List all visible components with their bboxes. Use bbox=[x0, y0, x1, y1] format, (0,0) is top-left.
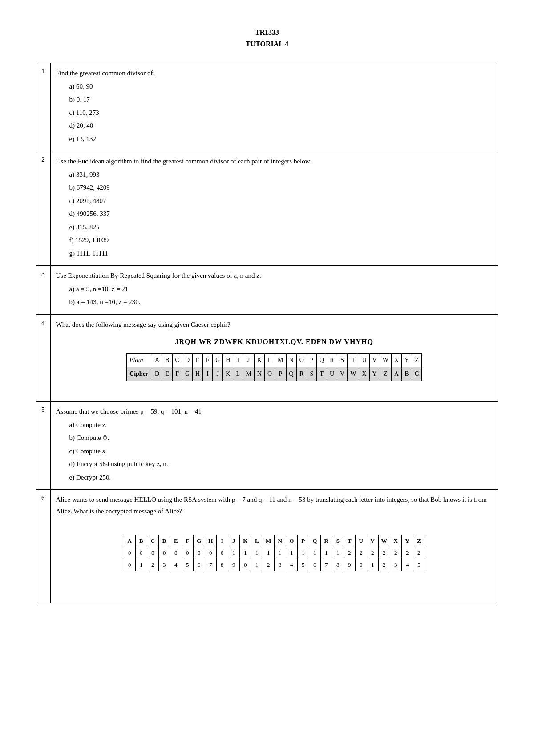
val-u22: 2 bbox=[378, 559, 390, 571]
plain-S: S bbox=[337, 354, 348, 367]
q3-b: b) a = 143, n =10, z = 230. bbox=[69, 297, 493, 308]
cipher-Z: Z bbox=[380, 367, 391, 381]
val-u10: 0 bbox=[239, 559, 251, 571]
val-u15: 5 bbox=[297, 559, 309, 571]
cipher-G: G bbox=[182, 367, 192, 381]
plain-F: F bbox=[203, 354, 213, 367]
val-22: 2 bbox=[378, 547, 390, 559]
plain-X: X bbox=[391, 354, 401, 367]
q2-text: Use the Euclidean algorithm to find the … bbox=[56, 156, 493, 167]
alpha-N: N bbox=[274, 535, 286, 547]
q2-f: f) 1529, 14039 bbox=[69, 235, 493, 246]
plain-I: I bbox=[233, 354, 243, 367]
q1-e: e) 13, 132 bbox=[69, 134, 493, 145]
val-01: 0 bbox=[135, 547, 147, 559]
q1-a: a) 60, 90 bbox=[69, 81, 493, 93]
val-02: 0 bbox=[147, 547, 158, 559]
cipher-Q: Q bbox=[286, 367, 296, 381]
val-24: 2 bbox=[401, 547, 413, 559]
alpha-X: X bbox=[390, 535, 401, 547]
alpha-V: V bbox=[367, 535, 378, 547]
val-u7: 7 bbox=[205, 559, 216, 571]
val-15: 1 bbox=[297, 547, 309, 559]
cipher-R: R bbox=[296, 367, 307, 381]
table-row: 4 What does the following message say us… bbox=[36, 314, 498, 402]
cipher-V: V bbox=[337, 367, 348, 381]
alpha-R: R bbox=[320, 535, 332, 547]
table-row: 3 Use Exponentiation By Repeated Squarin… bbox=[36, 266, 498, 315]
val-09: 1 bbox=[228, 547, 239, 559]
q2-a: a) 331, 993 bbox=[69, 169, 493, 181]
val-05: 0 bbox=[182, 547, 193, 559]
plain-G: G bbox=[213, 354, 223, 367]
table-row: 6 Alice wants to send message HELLO usin… bbox=[36, 490, 498, 603]
alpha-G: G bbox=[193, 535, 205, 547]
val-u4: 4 bbox=[170, 559, 182, 571]
plain-N: N bbox=[286, 354, 296, 367]
val-04: 0 bbox=[170, 547, 182, 559]
alpha-F: F bbox=[182, 535, 193, 547]
val-u25: 5 bbox=[413, 559, 425, 571]
val-u11: 1 bbox=[251, 559, 263, 571]
q1-content: Find the greatest common divisor of: a) … bbox=[50, 63, 498, 151]
val-u0: 0 bbox=[124, 559, 135, 571]
plain-E: E bbox=[193, 354, 203, 367]
plain-Q: Q bbox=[316, 354, 327, 367]
alpha-Z: Z bbox=[413, 535, 425, 547]
val-u6: 6 bbox=[193, 559, 205, 571]
val-08: 0 bbox=[216, 547, 228, 559]
q2-g: g) 1111, 11111 bbox=[69, 248, 493, 260]
cipher-U: U bbox=[327, 367, 337, 381]
table-row: 1 Find the greatest common divisor of: a… bbox=[36, 63, 498, 151]
val-11: 1 bbox=[251, 547, 263, 559]
alpha-L: L bbox=[251, 535, 263, 547]
plain-A: A bbox=[152, 354, 162, 367]
q2-e: e) 315, 825 bbox=[69, 222, 493, 233]
val-21: 2 bbox=[367, 547, 378, 559]
plain-L: L bbox=[264, 354, 275, 367]
val-u18: 8 bbox=[332, 559, 344, 571]
cipher-X: X bbox=[359, 367, 369, 381]
q5-d: d) Encrypt 584 using public key z, n. bbox=[69, 459, 493, 470]
val-18: 1 bbox=[332, 547, 344, 559]
val-16: 1 bbox=[309, 547, 320, 559]
val-17: 1 bbox=[320, 547, 332, 559]
q4-content: What does the following message say usin… bbox=[50, 314, 498, 402]
cipher-W: W bbox=[348, 367, 359, 381]
plain-D: D bbox=[182, 354, 192, 367]
plain-T: T bbox=[348, 354, 359, 367]
val-23: 2 bbox=[390, 547, 401, 559]
plain-U: U bbox=[359, 354, 369, 367]
alpha-S: S bbox=[332, 535, 344, 547]
q2-d: d) 490256, 337 bbox=[69, 208, 493, 220]
page-title: TR1333 TUTORIAL 4 bbox=[36, 27, 498, 49]
alpha-K: K bbox=[239, 535, 251, 547]
q6-content: Alice wants to send message HELLO using … bbox=[50, 490, 498, 603]
alpha-I: I bbox=[216, 535, 228, 547]
val-u17: 7 bbox=[320, 559, 332, 571]
plain-R: R bbox=[327, 354, 337, 367]
alphabet-table: A B C D E F G H I J K L M N O P Q bbox=[124, 535, 425, 571]
plain-V: V bbox=[369, 354, 380, 367]
plain-Z: Z bbox=[412, 354, 422, 367]
cipher-N: N bbox=[254, 367, 264, 381]
val-25: 2 bbox=[413, 547, 425, 559]
val-06: 0 bbox=[193, 547, 205, 559]
q5-num: 5 bbox=[36, 402, 51, 490]
cipher-D: D bbox=[152, 367, 162, 381]
val-07: 0 bbox=[205, 547, 216, 559]
q5-c: c) Compute s bbox=[69, 446, 493, 457]
val-u23: 3 bbox=[390, 559, 401, 571]
cipher-Y: Y bbox=[369, 367, 380, 381]
q3-content: Use Exponentiation By Repeated Squaring … bbox=[50, 266, 498, 315]
alpha-D: D bbox=[158, 535, 170, 547]
plain-W: W bbox=[380, 354, 391, 367]
table-row: 5 Assume that we choose primes p = 59, q… bbox=[36, 402, 498, 490]
alpha-Y: Y bbox=[401, 535, 413, 547]
cipher-F: F bbox=[172, 367, 182, 381]
q4-text: What does the following message say usin… bbox=[56, 319, 493, 331]
val-u5: 5 bbox=[182, 559, 193, 571]
val-20: 2 bbox=[355, 547, 367, 559]
val-u12: 2 bbox=[263, 559, 274, 571]
val-u24: 4 bbox=[401, 559, 413, 571]
